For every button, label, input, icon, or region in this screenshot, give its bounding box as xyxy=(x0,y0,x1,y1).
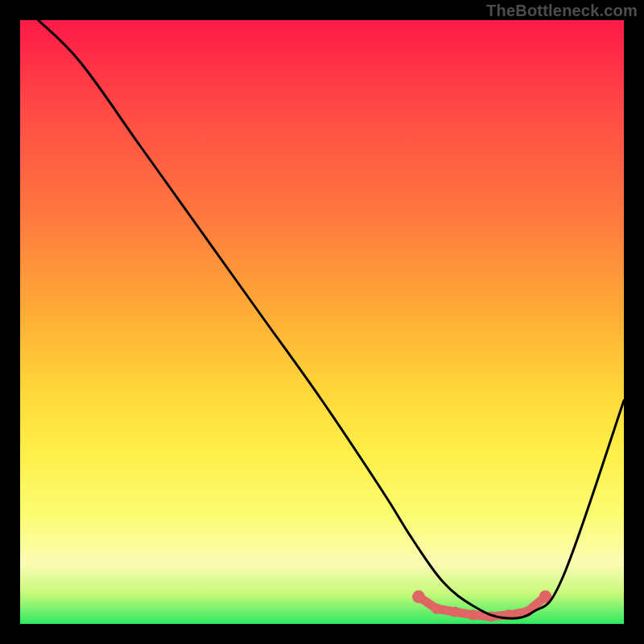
chart-svg xyxy=(20,20,624,624)
highlight-optimal-range xyxy=(412,590,552,621)
highlight-dot xyxy=(412,590,425,603)
plot-area xyxy=(20,20,624,624)
highlight-dot xyxy=(431,604,442,614)
bottleneck-curve xyxy=(39,20,625,618)
chart-container: TheBottleneck.com xyxy=(0,0,644,644)
highlight-dot xyxy=(468,609,478,620)
highlight-dot xyxy=(450,607,460,617)
watermark-label: TheBottleneck.com xyxy=(486,2,638,20)
